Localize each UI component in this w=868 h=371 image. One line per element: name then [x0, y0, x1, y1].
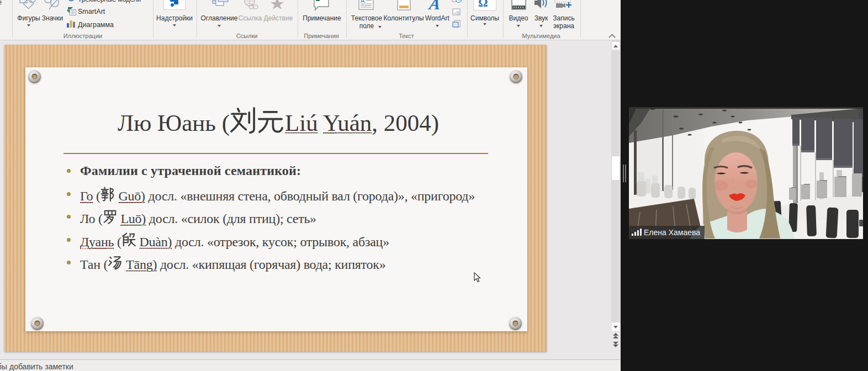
svg-text:A: A: [361, 0, 365, 4]
svg-text:Елена Хамаева: Елена Хамаева: [644, 228, 700, 237]
